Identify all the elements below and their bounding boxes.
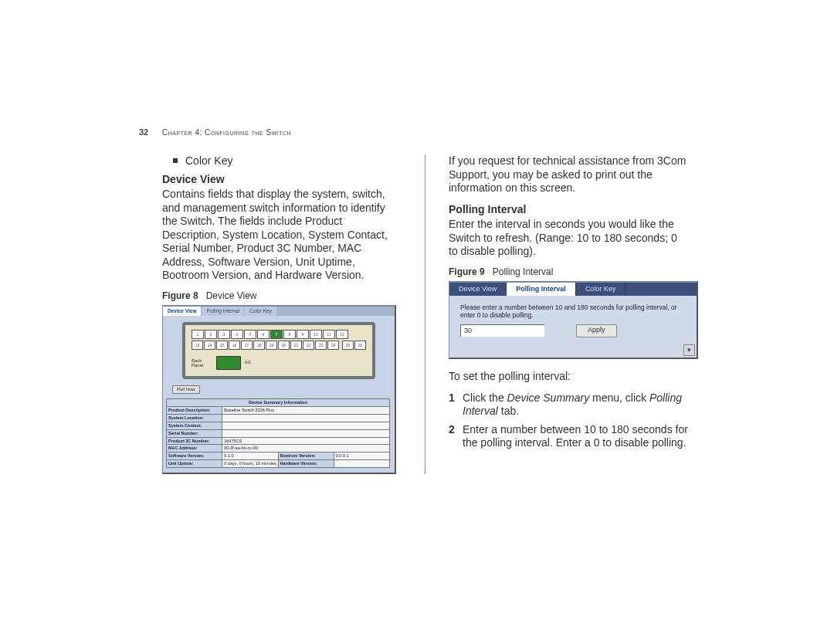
device-view-paragraph: Contains fields that display the system,… bbox=[162, 188, 402, 283]
bullet-color-key: Color Key bbox=[162, 154, 402, 168]
port[interactable]: 12 bbox=[336, 330, 348, 339]
table-row: Software Version:0.1.0Bootrom Version:0.… bbox=[167, 452, 390, 460]
page-number: 32 bbox=[139, 127, 148, 137]
port[interactable]: 19 bbox=[266, 341, 277, 350]
tech-assist-paragraph: If you request for technical assistance … bbox=[449, 154, 688, 195]
port[interactable]: 15 bbox=[216, 341, 228, 350]
fig8-tabbar: Device View Polling Interval Color Key bbox=[163, 307, 395, 316]
port[interactable]: 1 bbox=[192, 330, 204, 339]
table-row: Serial Number: bbox=[167, 429, 390, 437]
port[interactable]: 13 bbox=[192, 341, 203, 350]
port[interactable]: 9 bbox=[297, 330, 309, 339]
step-text: Enter a number between 10 to 180 seconds… bbox=[463, 423, 688, 450]
table-row: Product 3C Number:16475CS bbox=[167, 437, 390, 445]
square-bullet-icon bbox=[173, 158, 178, 163]
port[interactable]: 21 bbox=[290, 341, 302, 350]
device-summary-table: Device Summary Information Product Descr… bbox=[166, 398, 390, 468]
port-active[interactable]: 7 bbox=[270, 330, 283, 339]
step-1: 1 Click the Device Summary menu, click P… bbox=[449, 391, 688, 419]
port-row-1: 1 2 3 4 5 6 7 8 9 10 11 12 bbox=[192, 330, 366, 339]
figure8-caption: Figure 8 Device View bbox=[162, 290, 402, 302]
port[interactable]: 4 bbox=[231, 330, 243, 339]
power-indicator-icon bbox=[216, 356, 241, 370]
tab-color-key[interactable]: Color Key bbox=[576, 283, 626, 296]
figure8-label: Figure 8 bbox=[162, 290, 198, 301]
port[interactable]: 5 bbox=[244, 330, 256, 339]
port[interactable]: 23 bbox=[315, 341, 327, 350]
running-header: 32 Chapter 4: Configuring the Switch bbox=[139, 127, 291, 137]
to-set-intro: To set the polling interval: bbox=[449, 370, 688, 384]
scroll-down-icon[interactable]: ▾ bbox=[683, 344, 695, 356]
port-uplink[interactable]: 25 bbox=[342, 341, 354, 350]
port[interactable]: 17 bbox=[241, 341, 253, 350]
polling-paragraph: Enter the interval in seconds you would … bbox=[449, 218, 688, 259]
polling-instruction-text: Please enter a number between 10 and 180… bbox=[449, 296, 697, 324]
table-row: Product Description:Baseline Switch 2226… bbox=[167, 407, 390, 415]
port[interactable]: 16 bbox=[229, 341, 240, 350]
port[interactable]: 11 bbox=[323, 330, 335, 339]
port[interactable]: 22 bbox=[303, 341, 314, 350]
back-panel-row: Back Panel bbox=[192, 356, 366, 370]
port[interactable]: 3 bbox=[218, 330, 230, 339]
steps-list: 1 Click the Device Summary menu, click P… bbox=[449, 391, 688, 450]
table-row: MAC Address:00-0f-aa-bb-cc-00 bbox=[167, 445, 390, 452]
poll-now-button[interactable]: Poll Now bbox=[172, 385, 200, 395]
heading-device-view: Device View bbox=[162, 173, 402, 187]
port[interactable]: 6 bbox=[257, 330, 270, 339]
right-column: If you request for technical assistance … bbox=[425, 154, 688, 474]
bullet-text: Color Key bbox=[185, 154, 232, 168]
summary-title: Device Summary Information bbox=[167, 399, 390, 407]
polling-controls: 30 Apply bbox=[449, 324, 697, 337]
chapter-title: Chapter 4: Configuring the Switch bbox=[162, 128, 291, 137]
table-row: System Location: bbox=[167, 414, 390, 422]
port[interactable]: 10 bbox=[310, 330, 322, 339]
table-row: System Contact: bbox=[167, 422, 390, 429]
port[interactable]: 20 bbox=[278, 341, 290, 350]
tab-polling-interval[interactable]: Polling Interval bbox=[507, 283, 576, 296]
figure8-screenshot: Device View Polling Interval Color Key 1… bbox=[162, 305, 396, 475]
port[interactable]: 14 bbox=[204, 341, 215, 350]
tab-color-key[interactable]: Color Key bbox=[245, 307, 276, 316]
port[interactable]: 8 bbox=[283, 330, 296, 339]
tab-device-view[interactable]: Device View bbox=[449, 283, 507, 296]
two-column-layout: Color Key Device View Contains fields th… bbox=[162, 154, 703, 474]
port[interactable]: 24 bbox=[327, 341, 339, 350]
apply-button[interactable]: Apply bbox=[576, 324, 617, 337]
left-column: Color Key Device View Contains fields th… bbox=[162, 154, 402, 474]
step-number: 1 bbox=[449, 391, 463, 419]
step-text: Click the Device Summary menu, click Pol… bbox=[463, 391, 688, 419]
port[interactable]: 18 bbox=[253, 341, 265, 350]
heading-polling-interval: Polling Interval bbox=[449, 203, 688, 217]
document-page: 32 Chapter 4: Configuring the Switch Col… bbox=[0, 0, 834, 644]
step-number: 2 bbox=[449, 423, 463, 450]
step-2: 2 Enter a number between 10 to 180 secon… bbox=[449, 423, 688, 450]
port-uplink[interactable]: 26 bbox=[354, 341, 366, 350]
port[interactable]: 2 bbox=[205, 330, 217, 339]
polling-interval-input[interactable]: 30 bbox=[460, 324, 545, 337]
figure8-title: Device View bbox=[206, 290, 257, 301]
figure9-label: Figure 9 bbox=[449, 266, 485, 277]
figure9-screenshot: Device View Polling Interval Color Key P… bbox=[449, 281, 698, 360]
tab-polling-interval[interactable]: Polling Interval bbox=[202, 307, 244, 316]
back-panel-label: Back Panel bbox=[192, 358, 210, 368]
port-row-2: 13 14 15 16 17 18 19 20 21 22 23 24 25 bbox=[192, 341, 366, 350]
fig9-tabbar: Device View Polling Interval Color Key bbox=[449, 283, 697, 296]
table-row: Unit Uptime:0 days, 0 hours, 10 minutes,… bbox=[167, 460, 390, 468]
figure9-title: Polling Interval bbox=[493, 266, 554, 277]
tab-device-view[interactable]: Device View bbox=[163, 307, 201, 316]
figure9-caption: Figure 9 Polling Interval bbox=[449, 266, 688, 278]
switch-front-panel: 1 2 3 4 5 6 7 8 9 10 11 12 13 bbox=[182, 322, 375, 379]
